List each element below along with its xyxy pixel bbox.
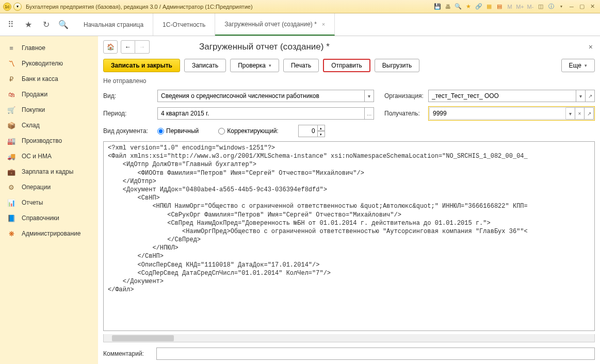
preview-icon[interactable]: 🔍 (453, 2, 463, 11)
sidebar-item-label: Производство (22, 137, 62, 144)
open-icon[interactable]: ↗ (585, 107, 594, 120)
org-label: Организация: (379, 92, 423, 100)
scrollbar-thumb[interactable] (112, 335, 174, 341)
dropdown-icon[interactable]: ▾ (365, 90, 374, 102)
sidebar-item-warehouse[interactable]: 📦Склад (0, 118, 98, 133)
sidebar-item-label: ОС и НМА (22, 153, 52, 160)
radio-corrective[interactable]: Корректирующий: (218, 127, 278, 135)
sidebar-item-bank[interactable]: ₽Банк и касса (0, 71, 98, 87)
org-input[interactable] (428, 90, 576, 102)
info-icon[interactable]: ⓘ (546, 2, 556, 11)
top-nav: ⠿ ★ ↻ 🔍 Начальная страница 1С-Отчетность… (0, 13, 600, 36)
maximize-button[interactable]: ▢ (577, 2, 587, 11)
calendar-icon[interactable]: ▤ (495, 2, 504, 11)
memory-m[interactable]: M (505, 2, 514, 11)
sidebar-item-assets[interactable]: 🚚ОС и НМА (0, 148, 98, 164)
print-button[interactable]: Печать (283, 59, 319, 72)
sidebar-item-references[interactable]: 📘Справочники (0, 210, 98, 226)
recipient-label: Получатель: (379, 110, 423, 117)
send-status: Не отправлено (103, 77, 595, 85)
radio-primary-input[interactable] (157, 128, 164, 135)
apps-icon[interactable]: ⠿ (2, 13, 20, 36)
sidebar-item-main[interactable]: ≡Главное (0, 40, 98, 56)
truck-icon: 🚚 (7, 152, 15, 160)
doctype-label: Вид документа: (103, 127, 152, 135)
save-icon[interactable]: 💾 (433, 2, 442, 11)
sidebar-item-purchases[interactable]: 🛒Покупки (0, 102, 98, 118)
radio-label: Первичный (166, 127, 199, 135)
sidebar-item-label: Склад (22, 122, 40, 129)
save-and-close-button[interactable]: Записать и закрыть (103, 59, 180, 72)
memory-m-minus[interactable]: M- (526, 2, 535, 11)
memory-m-plus[interactable]: M+ (515, 2, 525, 11)
back-button[interactable]: ← (121, 40, 135, 54)
sidebar-item-label: Главное (22, 44, 45, 52)
tab-close-icon[interactable]: × (322, 21, 325, 27)
title-bar: 1c ▾ Бухгалтерия предприятия (базовая), … (0, 0, 600, 13)
calculator-icon[interactable]: ▦ (484, 2, 494, 11)
corrective-number-input[interactable] (298, 125, 318, 137)
sidebar-item-reports[interactable]: 📊Отчеты (0, 195, 98, 210)
spinner-down-icon[interactable]: ▾ (318, 131, 325, 137)
minimize-button[interactable]: ─ (567, 2, 576, 11)
ruble-icon: ₽ (7, 75, 15, 83)
period-input[interactable] (157, 107, 365, 120)
window-title: Бухгалтерия предприятия (базовая), редак… (26, 4, 253, 10)
content-area: 🏠 ← → Загруженный отчет (создание) * × З… (98, 36, 600, 364)
link-icon[interactable]: 🔗 (474, 2, 483, 11)
search-icon[interactable]: 🔍 (55, 13, 72, 36)
tab-reporting[interactable]: 1С-Отчетность (153, 13, 215, 36)
recipient-input[interactable] (429, 107, 566, 120)
sidebar-item-label: Справочники (22, 214, 59, 222)
favorite-icon[interactable]: ★ (464, 2, 473, 11)
send-button[interactable]: Отправить (323, 59, 370, 72)
period-label: Период: (103, 110, 152, 117)
open-icon[interactable]: ↗ (586, 90, 595, 102)
toolbar: Записать и закрыть Записать Проверка Печ… (103, 59, 595, 72)
spinner-up-icon[interactable]: ▴ (318, 125, 325, 131)
sidebar-item-label: Операции (22, 184, 51, 191)
app-menu-dropdown[interactable]: ▾ (13, 3, 22, 11)
briefcase-icon: 💼 (7, 168, 15, 176)
page-title: Загруженный отчет (создание) * (199, 42, 330, 52)
sidebar-item-sales[interactable]: 🛍Продажи (0, 87, 98, 102)
gear-icon: ⚙ (7, 183, 15, 191)
export-button[interactable]: Выгрузить (375, 59, 420, 72)
info-drop-icon[interactable]: ▾ (557, 2, 566, 11)
ellipsis-icon[interactable]: … (365, 107, 374, 120)
radio-primary[interactable]: Первичный (157, 127, 199, 135)
horizontal-scrollbar[interactable] (103, 334, 595, 342)
sidebar-item-label: Покупки (22, 106, 45, 113)
more-button[interactable]: Еще (561, 59, 595, 72)
save-button[interactable]: Записать (184, 59, 226, 72)
comment-label: Комментарий: (103, 350, 152, 357)
panel-icon[interactable]: ◫ (536, 2, 545, 11)
tab-loaded-report[interactable]: Загруженный отчет (создание) * × (215, 13, 335, 36)
box-icon: 📦 (7, 121, 15, 129)
sidebar-item-operations[interactable]: ⚙Операции (0, 179, 98, 195)
tab-home[interactable]: Начальная страница (74, 13, 153, 36)
home-button[interactable]: 🏠 (103, 40, 118, 54)
check-button[interactable]: Проверка (230, 59, 279, 72)
xml-content[interactable]: <?xml version="1.0" encoding="windows-12… (103, 141, 595, 331)
bag-icon: 🛍 (7, 90, 15, 98)
comment-input[interactable] (156, 348, 595, 360)
sidebar-item-admin[interactable]: ❋Администрирование (0, 226, 98, 241)
radio-corrective-input[interactable] (218, 128, 225, 135)
kind-input[interactable] (157, 90, 365, 102)
history-icon[interactable]: ↻ (37, 13, 55, 36)
close-window-button[interactable]: ✕ (588, 2, 597, 11)
sidebar-item-production[interactable]: 🏭Производство (0, 133, 98, 148)
factory-icon: 🏭 (7, 137, 15, 145)
sidebar-item-label: Отчеты (22, 199, 43, 206)
sidebar-item-hr[interactable]: 💼Зарплата и кадры (0, 164, 98, 179)
cart-icon: 🛒 (7, 106, 15, 114)
close-panel-icon[interactable]: × (587, 41, 595, 53)
star-icon[interactable]: ★ (20, 13, 37, 36)
clear-icon[interactable]: × (575, 107, 585, 120)
dropdown-icon[interactable]: ▾ (576, 90, 586, 102)
sidebar-item-manager[interactable]: 〽Руководителю (0, 56, 98, 71)
print-icon[interactable]: 🖶 (443, 2, 452, 11)
forward-button[interactable]: → (135, 40, 150, 54)
dropdown-icon[interactable]: ▾ (566, 107, 575, 120)
